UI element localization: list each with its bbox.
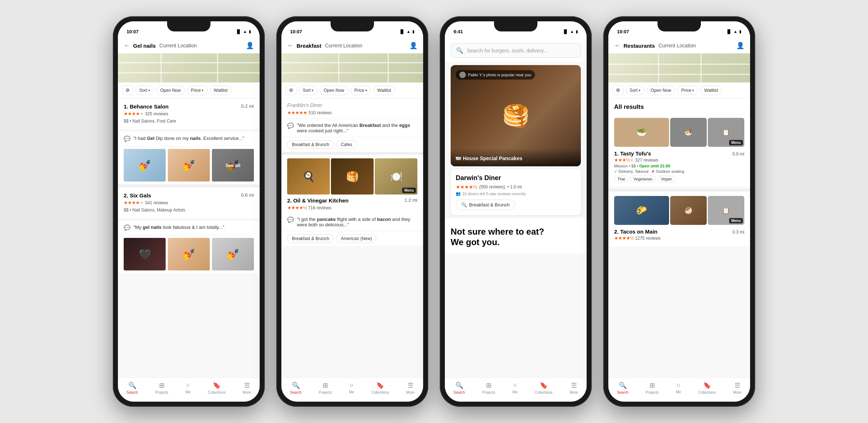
more-nav-label-3: More xyxy=(570,390,578,394)
filter-icon-button-4[interactable]: ⚙ xyxy=(613,85,624,95)
rest-img-main-4-1: 🥗 xyxy=(614,118,669,147)
review-count-1-2: 341 reviews xyxy=(145,200,168,205)
food-img-2-1: 🍳 xyxy=(287,158,330,195)
filter-icon-button-2[interactable]: ⚙ xyxy=(286,85,297,95)
partial-card-2: Franklin's Diner ★★★★★ 510 reviews xyxy=(281,98,423,119)
partial-stars-2: ★★★★★ 510 reviews xyxy=(287,110,417,115)
nav-collections-1[interactable]: 🔖 Collections xyxy=(208,381,226,394)
nav-collections-4[interactable]: 🔖 Collections xyxy=(698,381,716,394)
more-nav-label-4: More xyxy=(733,390,741,394)
rest-img-main-4-2: 🌮 xyxy=(614,196,669,225)
nav-collections-3[interactable]: 🔖 Collections xyxy=(535,381,553,394)
open-now-button-2[interactable]: Open Now xyxy=(320,86,348,95)
price-button-1[interactable]: Price ▾ xyxy=(187,86,208,95)
projects-nav-icon-1: ⊞ xyxy=(159,381,165,389)
nav-more-1[interactable]: ☰ More xyxy=(243,381,251,394)
diner-card-3[interactable]: Darwin's Diner ★★★★½ (500 reviews) • 1.0… xyxy=(451,169,581,215)
search-location-4: Current Location xyxy=(659,43,696,48)
nav-more-3[interactable]: ☰ More xyxy=(570,381,578,394)
wifi-icon-3: ▲ xyxy=(570,29,574,34)
map-strip-4 xyxy=(608,54,750,82)
review-snippet-1-1: 💬 "I had Gel Dip done on my nails. Excel… xyxy=(118,132,260,146)
nav-projects-3[interactable]: ⊞ Projects xyxy=(482,381,495,394)
nav-search-2[interactable]: 🔍 Search xyxy=(290,381,302,394)
nav-projects-4[interactable]: ⊞ Projects xyxy=(646,381,659,394)
projects-nav-icon-4: ⊞ xyxy=(650,381,655,389)
open-now-button-1[interactable]: Open Now xyxy=(156,86,185,95)
profile-icon-4[interactable]: 👤 xyxy=(736,42,744,50)
price-button-2[interactable]: Price ▾ xyxy=(350,86,371,95)
open-now-button-4[interactable]: Open Now xyxy=(647,86,675,95)
image-strip-1: 💅 💅 💅 See all xyxy=(118,146,260,184)
filter-bar-4: ⚙ Sort ▾ Open Now Price ▾ Waitlist xyxy=(608,82,750,98)
back-button-1[interactable]: ← xyxy=(124,42,130,50)
nav-me-2[interactable]: ○ Me xyxy=(349,381,354,394)
filter-icon-button-1[interactable]: ⚙ xyxy=(122,85,133,95)
nav-search-3[interactable]: 🔍 Search xyxy=(454,381,465,394)
nav-more-2[interactable]: ☰ More xyxy=(406,381,414,394)
tag-breakfast-brunch-2[interactable]: Breakfast & Brunch xyxy=(287,234,334,243)
tag-breakfast-brunch-1[interactable]: Breakfast & Brunch xyxy=(287,140,334,149)
avatar-3 xyxy=(459,72,466,78)
nav-collections-2[interactable]: 🔖 Collections xyxy=(371,381,389,394)
map-strip-1 xyxy=(118,54,260,82)
nav-me-1[interactable]: ○ Me xyxy=(186,381,191,394)
waitlist-button-1[interactable]: Waitlist xyxy=(210,86,231,95)
battery-icon-2: ▮ xyxy=(412,29,414,34)
waitlist-button-4[interactable]: Waitlist xyxy=(700,86,722,95)
price-button-4[interactable]: Price ▾ xyxy=(677,86,698,95)
tag-thai[interactable]: Thai xyxy=(614,176,628,182)
collections-nav-icon-4: 🔖 xyxy=(703,381,711,389)
profile-icon-2[interactable]: 👤 xyxy=(409,42,417,50)
nav-me-4[interactable]: ○ Me xyxy=(676,381,681,394)
more-nav-icon-1: ☰ xyxy=(244,381,250,389)
tag-row-2-1: Breakfast & Brunch American (New) xyxy=(281,231,423,246)
waitlist-button-2[interactable]: Waitlist xyxy=(373,86,395,95)
profile-icon-1[interactable]: 👤 xyxy=(246,42,254,50)
search-input-row-3[interactable]: 🔍 Search for burgers, sushi, delivery... xyxy=(451,43,581,58)
projects-nav-icon-3: ⊞ xyxy=(486,381,492,389)
tag-cafes-1[interactable]: Cafes xyxy=(336,140,357,149)
biz-meta-1-1: $$ • Nail Salons, Foot Care xyxy=(124,119,176,124)
rest-dist-4-2: 0.3 mi xyxy=(732,230,744,235)
nav-search-4[interactable]: 🔍 Search xyxy=(617,381,629,394)
nav-me-3[interactable]: ○ Me xyxy=(512,381,518,394)
collections-nav-label-3: Collections xyxy=(535,390,553,394)
feature-badge-3: Pablo Y.'s photo is popular near you xyxy=(456,70,535,80)
nav-projects-1[interactable]: ⊞ Projects xyxy=(155,381,168,394)
me-nav-icon-3: ○ xyxy=(513,381,517,389)
sort-button-2[interactable]: Sort ▾ xyxy=(299,86,318,95)
nav-projects-2[interactable]: ⊞ Projects xyxy=(319,381,332,394)
status-icons-3: ▐▌ ▲ ▮ xyxy=(563,29,578,34)
tag-american-new[interactable]: American (New) xyxy=(336,234,376,243)
biz-meta-1-2: $$ • Nail Salons, Makeup Artists xyxy=(124,208,185,213)
map-strip-2 xyxy=(281,54,423,82)
feature-image-3[interactable]: 🥞 Pablo Y.'s photo is popular near you 🍽… xyxy=(451,65,581,166)
rest-stars-row-4-1: ★★★½★ 327 reviews xyxy=(614,157,744,163)
cat-pill-3[interactable]: 🔍 Breakfast & Brunch xyxy=(456,200,515,210)
stars-row-1-1: ★★★★★ 325 reviews xyxy=(124,111,254,116)
nav-search-1[interactable]: 🔍 Search xyxy=(127,381,138,394)
tag-vegetarian[interactable]: Vegetarian xyxy=(630,176,656,182)
image-strip-2-1: 🍳 🥞 🍽️ Menu xyxy=(287,158,417,195)
partial-name-2: Franklin's Diner xyxy=(287,102,322,108)
menu-badge-4-2: Menu xyxy=(729,218,743,223)
back-button-4[interactable]: ← xyxy=(614,42,621,50)
me-nav-label-4: Me xyxy=(676,390,681,394)
tag-vegan[interactable]: Vegan xyxy=(658,176,675,182)
phone-gel-nails: 10:07 ▐▌ ▲ ▮ ← Gel nails Current Locatio… xyxy=(113,16,265,407)
collections-nav-icon-3: 🔖 xyxy=(540,381,548,389)
projects-nav-label-4: Projects xyxy=(646,390,659,394)
wifi-icon: ▲ xyxy=(243,29,247,34)
back-button-2[interactable]: ← xyxy=(287,42,294,50)
sort-button-4[interactable]: Sort ▾ xyxy=(626,86,644,95)
projects-nav-icon-2: ⊞ xyxy=(323,381,328,389)
sort-button-1[interactable]: Sort ▾ xyxy=(135,86,154,95)
see-all-overlay-1[interactable]: See all xyxy=(212,149,254,181)
search-nav-icon-2: 🔍 xyxy=(292,381,300,389)
phone-search-home: 9:41 ▐▌ ▲ ▮ 🔍 Search for burgers, sushi,… xyxy=(440,16,592,407)
diner-reviews-3: (500 reviews) xyxy=(479,184,505,189)
nav-more-4[interactable]: ☰ More xyxy=(733,381,741,394)
biz-dist-1-2: 0.6 mi xyxy=(241,192,254,198)
projects-nav-label-2: Projects xyxy=(319,390,332,394)
